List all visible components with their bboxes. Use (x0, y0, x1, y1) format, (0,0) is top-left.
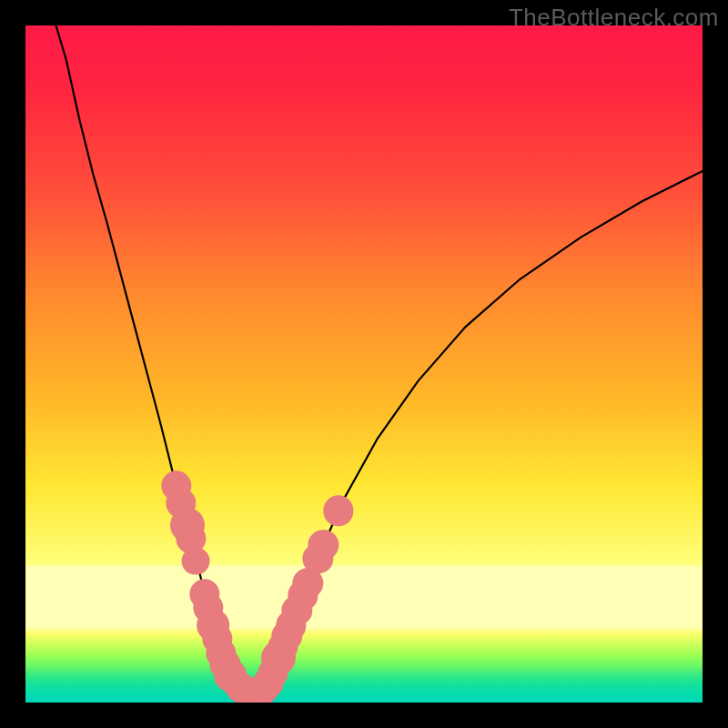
data-point-marker (182, 547, 210, 575)
chart-curves (25, 25, 703, 703)
curve-right-path (257, 171, 703, 694)
watermark-text: TheBottleneck.com (509, 4, 719, 32)
curve-left-path (56, 25, 257, 694)
chart-frame: TheBottleneck.com (0, 0, 728, 728)
plot-area (25, 25, 703, 703)
